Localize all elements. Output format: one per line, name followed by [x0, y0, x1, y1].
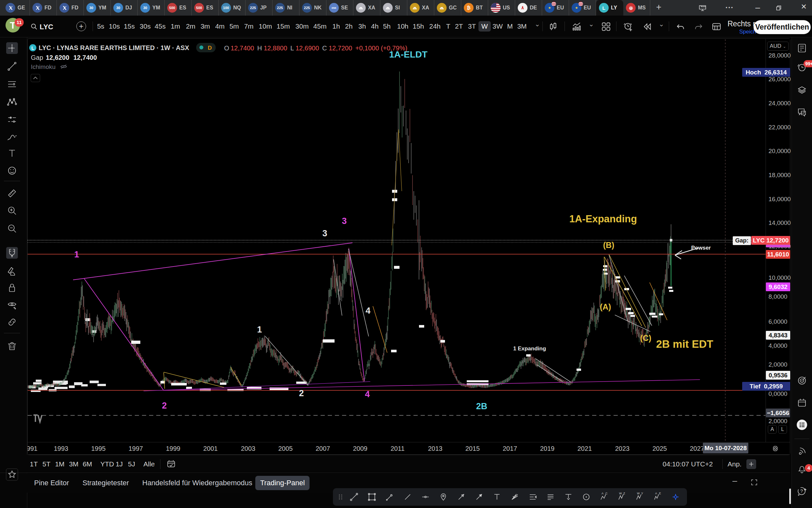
- svg-text:2B mit EDT: 2B mit EDT: [656, 338, 713, 350]
- svg-text:(C): (C): [640, 334, 652, 343]
- svg-text:W: W: [619, 492, 622, 495]
- svg-text:4: 4: [366, 306, 370, 315]
- svg-text:A: A: [655, 492, 657, 495]
- svg-text:E: E: [659, 492, 661, 495]
- svg-text:W: W: [637, 492, 640, 495]
- svg-text:3: 3: [342, 216, 346, 226]
- svg-text:12,7400: 12,7400: [231, 45, 254, 52]
- svg-text:12,6900: 12,6900: [296, 45, 319, 52]
- svg-text:Powser: Powser: [691, 245, 711, 251]
- svg-text:C: C: [606, 492, 608, 495]
- svg-text:LYC · LYNAS RARE EARTHS LIMITE: LYC · LYNAS RARE EARTHS LIMITED · 1W · A…: [39, 44, 189, 51]
- svg-text:Y: Y: [641, 492, 643, 495]
- svg-text:+0,1000 (+0,79%): +0,1000 (+0,79%): [355, 45, 407, 52]
- svg-text:(B): (B): [603, 241, 615, 250]
- svg-text:1 Expanding: 1 Expanding: [513, 345, 546, 352]
- svg-text:Gap:: Gap:: [735, 237, 748, 244]
- svg-text:2: 2: [162, 401, 166, 411]
- svg-text:12,8800: 12,8800: [264, 45, 287, 52]
- svg-text:L: L: [31, 45, 34, 51]
- svg-text:Ichimoku: Ichimoku: [31, 64, 55, 70]
- svg-text:Gap: Gap: [31, 54, 43, 61]
- svg-text:2: 2: [299, 388, 304, 398]
- svg-text:A: A: [602, 492, 604, 495]
- svg-text:H: H: [257, 45, 262, 52]
- svg-text:L: L: [290, 45, 294, 52]
- svg-text:4: 4: [365, 389, 370, 399]
- svg-text:12,7200: 12,7200: [329, 45, 352, 52]
- svg-text:12,7400: 12,7400: [74, 54, 97, 61]
- svg-text:D: D: [208, 45, 212, 51]
- svg-text:?: ?: [800, 488, 803, 494]
- svg-text:(A): (A): [600, 302, 611, 311]
- svg-text:1: 1: [74, 250, 79, 259]
- svg-text:3: 3: [322, 228, 327, 238]
- svg-text:1: 1: [257, 325, 262, 334]
- svg-text:2B: 2B: [476, 401, 487, 411]
- svg-text:1A-Expanding: 1A-Expanding: [569, 213, 637, 224]
- svg-text:Z: Z: [623, 492, 625, 495]
- svg-text:O: O: [224, 45, 229, 52]
- svg-text:C: C: [322, 45, 327, 52]
- svg-text:12,6200: 12,6200: [46, 54, 69, 61]
